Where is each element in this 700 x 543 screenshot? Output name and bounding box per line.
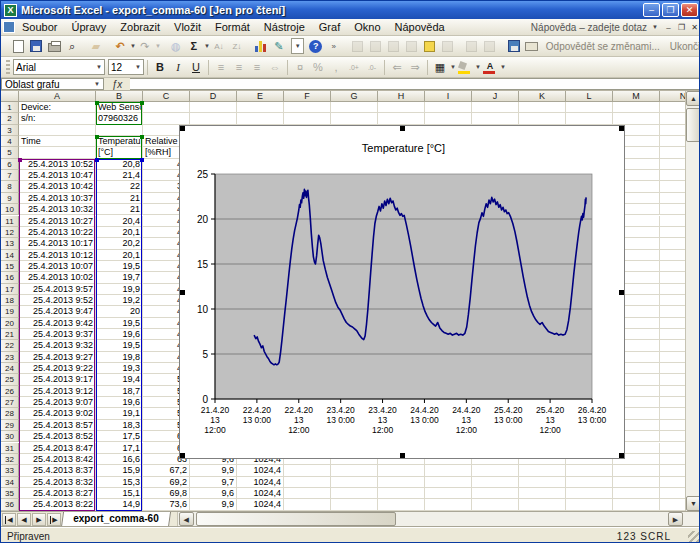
cell-B6[interactable]: 20,8 <box>96 159 143 170</box>
cell-M36[interactable] <box>613 499 660 510</box>
cell-G35[interactable] <box>331 488 378 499</box>
cell-N26[interactable] <box>660 386 685 397</box>
row-header-12[interactable]: 12 <box>1 227 19 238</box>
redo-dropdown-icon[interactable]: ▼ <box>155 43 161 49</box>
row-header-7[interactable]: 7 <box>1 170 19 181</box>
cell-N15[interactable] <box>660 261 685 272</box>
cell-E34[interactable]: 1024,4 <box>237 477 284 488</box>
merge-workbooks-button[interactable] <box>481 37 499 55</box>
cell-N16[interactable] <box>660 272 685 283</box>
cell-I33[interactable] <box>425 465 472 476</box>
cell-J33[interactable] <box>472 465 519 476</box>
cell-N17[interactable] <box>660 284 685 295</box>
cell-B34[interactable]: 15,3 <box>96 477 143 488</box>
cell-H33[interactable] <box>378 465 425 476</box>
column-header-N[interactable]: N <box>660 91 685 102</box>
cell-B9[interactable]: 21 <box>96 193 143 204</box>
cell-B15[interactable]: 19,5 <box>96 261 143 272</box>
cell-F1[interactable] <box>284 102 331 113</box>
cell-B35[interactable]: 15,1 <box>96 488 143 499</box>
cell-B25[interactable]: 19,4 <box>96 374 143 385</box>
row-header-28[interactable]: 28 <box>1 408 19 419</box>
cell-B5[interactable]: [°C] <box>96 147 143 158</box>
cell-A30[interactable]: 25.4.2013 8:52 <box>19 431 96 442</box>
cell-B10[interactable]: 21 <box>96 204 143 215</box>
menu-item-pravy[interactable]: Úpravy <box>64 20 113 34</box>
cell-N29[interactable] <box>660 420 685 431</box>
cell-D36[interactable]: 9,9 <box>190 499 237 510</box>
row-header-13[interactable]: 13 <box>1 238 19 249</box>
column-header-B[interactable]: B <box>96 91 143 102</box>
cell-A12[interactable]: 25.4.2013 10:22 <box>19 227 96 238</box>
cell-M33[interactable] <box>613 465 660 476</box>
horizontal-scrollbar[interactable]: ◀ ▶ <box>177 512 700 527</box>
cell-M34[interactable] <box>613 477 660 488</box>
cell-N22[interactable] <box>660 340 685 351</box>
cell-B23[interactable]: 19,8 <box>96 352 143 363</box>
cell-J1[interactable] <box>472 102 519 113</box>
cell-L36[interactable] <box>566 499 613 510</box>
cell-A25[interactable]: 25.4.2013 9:17 <box>19 374 96 385</box>
next-comment-button[interactable] <box>385 37 403 55</box>
cell-N27[interactable] <box>660 397 685 408</box>
cell-L2[interactable] <box>566 113 613 124</box>
menu-item-graf[interactable]: Graf <box>312 20 347 34</box>
cell-A7[interactable]: 25.4.2013 10:47 <box>19 170 96 181</box>
cell-H35[interactable] <box>378 488 425 499</box>
cell-A28[interactable]: 25.4.2013 9:02 <box>19 408 96 419</box>
decrease-decimal-button[interactable]: .0- <box>363 58 381 76</box>
cell-N13[interactable] <box>660 238 685 249</box>
fill-color-button[interactable] <box>456 58 474 76</box>
column-header-M[interactable]: M <box>613 91 660 102</box>
show-all-comments-button[interactable] <box>421 37 439 55</box>
cell-B16[interactable]: 19,7 <box>96 272 143 283</box>
font-size-combobox[interactable]: 12 ▼ <box>108 59 144 75</box>
cell-A36[interactable]: 25.4.2013 8:22 <box>19 499 96 510</box>
cell-L35[interactable] <box>566 488 613 499</box>
cell-B28[interactable]: 19,1 <box>96 408 143 419</box>
cell-C35[interactable]: 69,8 <box>143 488 190 499</box>
cell-L1[interactable] <box>566 102 613 113</box>
cell-A1[interactable]: Device: <box>19 102 96 113</box>
row-header-35[interactable]: 35 <box>1 488 19 499</box>
cell-N8[interactable] <box>660 181 685 192</box>
cell-N36[interactable] <box>660 499 685 510</box>
column-header-H[interactable]: H <box>378 91 425 102</box>
cell-F36[interactable] <box>284 499 331 510</box>
cell-A15[interactable]: 25.4.2013 10:07 <box>19 261 96 272</box>
workbook-close-button[interactable]: ✕ <box>688 21 700 33</box>
cell-N7[interactable] <box>660 170 685 181</box>
cell-N14[interactable] <box>660 250 685 261</box>
previous-comment-button[interactable] <box>367 37 385 55</box>
formula-input[interactable] <box>130 78 700 90</box>
cell-M2[interactable] <box>613 113 660 124</box>
cell-N28[interactable] <box>660 408 685 419</box>
cell-A27[interactable]: 25.4.2013 9:07 <box>19 397 96 408</box>
sort-descending-button[interactable]: Z↓ <box>228 37 246 55</box>
cell-N21[interactable] <box>660 329 685 340</box>
print-button[interactable] <box>45 37 63 55</box>
cell-F35[interactable] <box>284 488 331 499</box>
cell-N35[interactable] <box>660 488 685 499</box>
cell-A33[interactable]: 25.4.2013 8:37 <box>19 465 96 476</box>
cell-C33[interactable]: 67,2 <box>143 465 190 476</box>
underline-button[interactable]: U <box>187 58 205 76</box>
cell-G36[interactable] <box>331 499 378 510</box>
row-header-27[interactable]: 27 <box>1 397 19 408</box>
cell-N11[interactable] <box>660 216 685 227</box>
end-review-button[interactable]: Ukončit revizi... <box>665 41 700 52</box>
show-hide-comment-button[interactable] <box>403 37 421 55</box>
cell-A17[interactable]: 25.4.2013 9:57 <box>19 284 96 295</box>
autosum-dropdown-icon[interactable]: ▼ <box>204 43 210 49</box>
cell-G2[interactable] <box>331 113 378 124</box>
cell-A6[interactable]: 25.4.2013 10:52 <box>19 159 96 170</box>
cell-A8[interactable]: 25.4.2013 10:42 <box>19 181 96 192</box>
row-header-34[interactable]: 34 <box>1 477 19 488</box>
cell-A31[interactable]: 25.4.2013 8:47 <box>19 443 96 454</box>
name-box[interactable]: Oblast grafu ▼ <box>1 78 104 90</box>
cell-M1[interactable] <box>613 102 660 113</box>
help-button[interactable]: ? <box>307 37 325 55</box>
cell-A35[interactable]: 25.4.2013 8:27 <box>19 488 96 499</box>
cell-I34[interactable] <box>425 477 472 488</box>
row-header-30[interactable]: 30 <box>1 431 19 442</box>
